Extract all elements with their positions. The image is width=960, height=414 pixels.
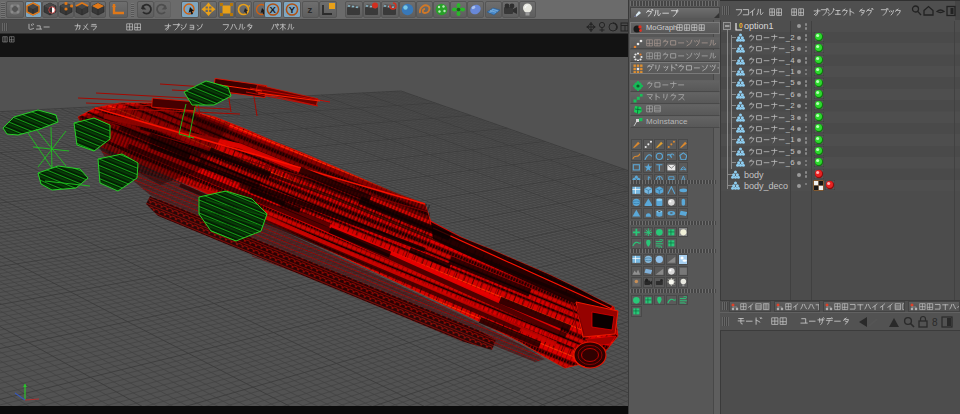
svg-text:X: X [270,4,277,15]
svg-text:MoInstance: MoInstance [646,117,688,126]
svg-text:_4: _4 [785,124,795,133]
svg-text:_5: _5 [785,147,795,156]
svg-text:0: 0 [739,22,743,29]
svg-text:_5: _5 [785,79,795,88]
svg-text:_3: _3 [785,113,795,122]
svg-text:_6: _6 [785,158,795,167]
svg-text:z: z [308,4,313,15]
svg-text:8: 8 [932,317,938,328]
svg-text:_6: _6 [785,90,795,99]
svg-text:_1: _1 [785,136,795,145]
svg-text:_1: _1 [785,67,795,76]
svg-text:_4: _4 [785,56,795,65]
svg-text:_3: _3 [785,44,795,53]
svg-text:Y: Y [289,4,296,15]
svg-text:MoGraph: MoGraph [646,23,677,32]
svg-text:_2: _2 [785,101,795,110]
svg-text:_2: _2 [785,33,795,42]
